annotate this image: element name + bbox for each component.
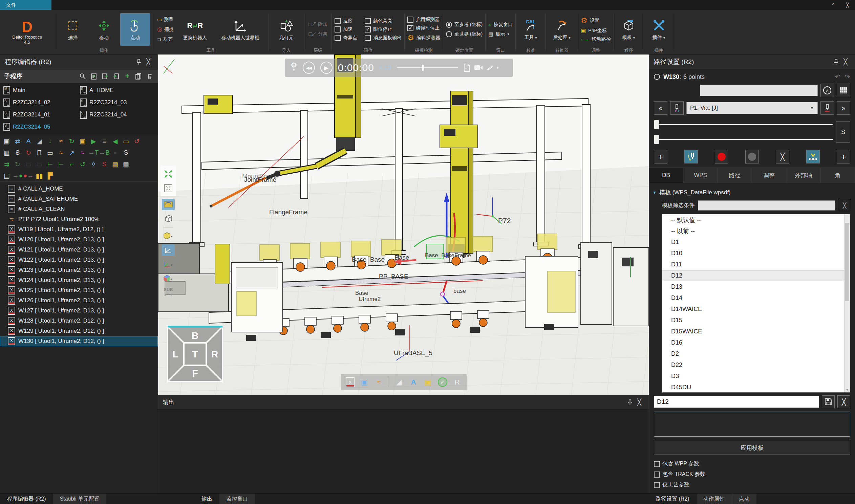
statement-w128[interactable]: W128 [ Utool1, Uframe2, D12, () ] — [0, 316, 158, 326]
statusbar-tab-motion-props[interactable]: 动作属性 — [696, 493, 732, 504]
grid-view-icon[interactable]: ▦ — [2, 148, 12, 157]
tab-external-axis[interactable]: 外部轴 — [786, 168, 820, 183]
swap-robot-button[interactable]: R⇄R 更换机器人 — [176, 13, 214, 46]
select-button[interactable]: 选择 — [58, 13, 88, 46]
loop-icon[interactable]: ↻ — [13, 160, 22, 168]
refresh-icon[interactable]: ↺ — [78, 160, 87, 168]
restore-window-button[interactable]: ⤶恢复窗口 — [488, 22, 513, 28]
export-pdf-icon[interactable]: A — [463, 64, 471, 72]
window-move-icon[interactable]: ▭ — [35, 160, 44, 168]
settings-button[interactable]: ⚙设置 — [581, 16, 610, 25]
statement-w120[interactable]: W120 [ Utool1, Uframe2, D13, () ] — [0, 235, 158, 245]
document-icon[interactable]: ▤ — [121, 160, 131, 168]
to-tool-icon[interactable]: →T — [89, 148, 98, 157]
tab-wps[interactable]: WPS — [683, 168, 717, 183]
pin-icon[interactable] — [134, 57, 144, 67]
tab-angle[interactable]: 角 — [821, 168, 855, 183]
path-zigzag-icon[interactable]: Ƨ — [13, 148, 22, 157]
sub-doc-icon[interactable]: S — [121, 148, 131, 157]
statement-w123[interactable]: W123 [ Utool1, Uframe2, D13, () ] — [0, 265, 158, 275]
template-list-item[interactable]: D3 — [662, 371, 844, 382]
template-list-item[interactable]: -- 以前 -- — [662, 226, 844, 237]
plugins-button[interactable]: 插件 ▾ — [647, 13, 671, 46]
branch-out-icon[interactable]: ⊢ — [46, 160, 55, 168]
statement-w129[interactable]: W129 [ Utool1, Uframe2, D12, () ] — [0, 326, 158, 336]
geometry-button[interactable]: 几何元 — [271, 13, 301, 46]
add-point-before-button[interactable]: + — [654, 150, 667, 163]
insert-point-icon[interactable]: ↓ — [46, 137, 55, 146]
frame-display-icon[interactable] — [162, 245, 175, 256]
template-list-item[interactable]: -- 默认值 -- — [662, 214, 844, 226]
point-table-button[interactable] — [837, 84, 850, 97]
record-video-icon[interactable] — [474, 65, 483, 71]
open-folder-icon[interactable]: ▭ — [46, 148, 55, 157]
shaded-cube-icon[interactable]: ▾ — [162, 230, 175, 242]
move-button[interactable]: 移动 — [89, 13, 119, 46]
template-list-item[interactable]: D14 — [662, 292, 844, 304]
export-program-icon[interactable] — [112, 72, 120, 80]
search-icon[interactable] — [78, 72, 87, 80]
statusbar-tab-jog[interactable]: 点动 — [732, 493, 757, 504]
statistics-icon[interactable]: ▮▮ — [35, 171, 44, 180]
statement-w119[interactable]: W119 [ Utool1, Uframe2, D12, () ] — [0, 224, 158, 235]
spline-move-icon[interactable]: ≈ — [56, 148, 66, 157]
weld-gun-seam-button[interactable] — [820, 101, 834, 115]
section-plane-icon[interactable] — [162, 199, 175, 210]
statement-call-a-clean[interactable]: # CALL A_CLEAN — [0, 204, 158, 214]
limits-curve-tool[interactable]: ◢ — [394, 377, 404, 387]
menu-file[interactable]: 文件 — [0, 0, 52, 10]
lock-to-world[interactable]: 至世界 (坐标) — [446, 31, 482, 37]
template-list-item[interactable]: D14WAICE — [662, 304, 844, 315]
save-template-button[interactable] — [822, 395, 835, 408]
statement-call-a-safehome[interactable]: # CALL A_SAFEHOME — [0, 194, 158, 204]
pin-icon[interactable] — [625, 398, 635, 407]
ptp-move-icon[interactable]: ≈ — [78, 148, 87, 157]
io-input-icon[interactable]: →● — [13, 171, 22, 180]
template-list-item[interactable]: D15WAICE — [662, 326, 844, 337]
limit-stop[interactable]: 限位停止 — [365, 26, 402, 33]
edit-detector-button[interactable]: ⚙编辑探测器 — [407, 34, 440, 42]
path-range-slider[interactable] — [654, 134, 833, 145]
viewport-3d[interactable]: MountFrame JointFrame FlangeFrame P72 Ba… — [158, 54, 649, 395]
statusbar-tab-path-settings[interactable]: 路径设置 (R2) — [649, 493, 696, 504]
tab-adjust[interactable]: 调整 — [752, 168, 786, 183]
template-filter-input[interactable] — [698, 200, 835, 211]
point-name-input[interactable] — [700, 85, 818, 96]
branch-in-icon[interactable]: ⊢ — [56, 160, 66, 168]
redo-icon[interactable]: ↷ — [844, 73, 850, 81]
statement-w125[interactable]: W125 [ Utool1, Uframe2, D13, () ] — [0, 285, 158, 295]
view-cube[interactable]: B L T R F — [166, 325, 224, 383]
insert-path-icon[interactable]: ≈ — [56, 137, 66, 146]
subprogram-main[interactable]: Main — [3, 86, 80, 95]
tasklist-icon[interactable] — [90, 72, 98, 80]
window-close-icon[interactable]: ╳ — [843, 0, 852, 10]
program-display-tool[interactable]: ▣ — [360, 377, 369, 387]
play-program-icon[interactable]: ▶ — [89, 137, 98, 146]
move-path-button[interactable]: ⌐→移动路径 — [581, 36, 610, 42]
prev-point-button[interactable]: « — [654, 101, 667, 115]
limit-singularity[interactable]: 奇异点 — [335, 35, 357, 41]
subprogram-r2zc3214-05[interactable]: R2ZC3214_05 — [3, 122, 80, 132]
statement-w126[interactable]: W126 [ Utool1, Uframe2, D13, () ] — [0, 295, 158, 306]
compare-icon[interactable]: ⇉ — [2, 160, 12, 168]
collision-stop[interactable]: 碰撞时停止 — [407, 25, 440, 31]
template-list-item[interactable]: D13 — [662, 281, 844, 292]
snap-button[interactable]: ◎捕捉 — [156, 25, 175, 34]
limit-speed[interactable]: 速度 — [335, 18, 357, 24]
subprogram-r2zc3214-02[interactable]: R2ZC3214_02 — [3, 98, 80, 107]
lane-move-icon[interactable]: Π — [35, 148, 44, 157]
jump-back-icon[interactable]: ⌐ — [67, 160, 76, 168]
close-icon[interactable]: ╳ — [635, 398, 644, 407]
template-list-item[interactable]: D16 — [662, 337, 844, 348]
add-point-after-button[interactable]: + — [837, 150, 850, 163]
import-program-icon[interactable] — [101, 72, 109, 80]
conveyor-icon[interactable]: ▭ — [121, 137, 131, 146]
program-settings-icon[interactable]: ≡ — [100, 137, 109, 146]
zoom-fit-icon[interactable] — [162, 168, 175, 180]
apply-template-button[interactable]: 应用模板 — [654, 441, 850, 455]
simulation-settings-button[interactable]: ⚙▾ — [290, 63, 297, 72]
template-list-item[interactable]: D22 — [662, 359, 844, 371]
statement-w121[interactable]: W121 [ Utool1, Uframe2, D13, () ] — [0, 245, 158, 255]
touchup-point-button[interactable] — [684, 150, 698, 163]
subprogram-r2zc3214-01[interactable]: R2ZC3214_01 — [3, 110, 80, 120]
